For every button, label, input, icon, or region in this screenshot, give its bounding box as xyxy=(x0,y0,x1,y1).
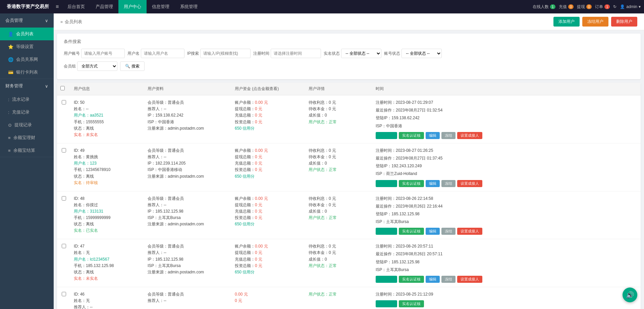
th-user-data: 用户资料 xyxy=(144,86,231,92)
user-account[interactable]: 👤 admin ▾ xyxy=(620,4,641,9)
th-user-info: 用户信息 xyxy=(70,86,144,92)
withdraw-icon: ⊙ xyxy=(8,123,12,128)
search-title: 条件搜索 xyxy=(64,39,634,45)
sidebar-item-yeb-finance[interactable]: ≡ 余额宝理财 xyxy=(0,131,54,144)
nav-item-dashboard[interactable]: 后台首页 xyxy=(62,0,90,13)
user-row-48: ID: 48 姓名：你摸过 用户名：313131 手机：15999999999 … xyxy=(57,191,641,239)
users-table: 用户信息 用户资料 用户资金 (点击金额查看) 用户详情 时间 ID: 50 姓… xyxy=(57,83,641,309)
row-select-46[interactable] xyxy=(62,292,66,296)
top-right-controls: 在线人数 1 充值 0 提现 0 订单 1 ↻ 👤 admin ▾ xyxy=(533,4,641,10)
user-funds-46: 0.00 元 0 元 xyxy=(231,291,305,304)
edit-btn-49[interactable]: 编辑 xyxy=(426,180,440,187)
real-verify-btn-49[interactable]: 实名认证核 xyxy=(399,180,424,187)
sidebar-section-header-finance[interactable]: 财务管理 ∨ xyxy=(0,79,54,93)
freeze-btn-48[interactable]: 冻结 xyxy=(441,228,455,235)
trade-enable-btn-48[interactable]: 交易开启 xyxy=(376,228,397,235)
row-select-48[interactable] xyxy=(62,196,66,201)
user-data-46: 会员等级：普通会员 推荐人：-- xyxy=(144,291,231,304)
select-all-checkbox[interactable] xyxy=(60,86,65,90)
real-verify-btn-46[interactable]: 实名认证核 xyxy=(399,300,424,307)
username-input[interactable] xyxy=(141,49,184,58)
ip-input[interactable] xyxy=(200,49,251,58)
menu-toggle-icon[interactable]: ≡ xyxy=(52,4,62,10)
real-verify-btn-47[interactable]: 实名认证核 xyxy=(399,276,424,283)
set-agent-btn-47[interactable]: 设置成接人 xyxy=(457,276,482,283)
float-action-button[interactable]: 🔊 xyxy=(623,288,637,302)
group-select[interactable]: 全部方式 xyxy=(77,61,117,71)
search-button[interactable]: 🔍 搜索 xyxy=(120,61,145,71)
trade-enable-btn-46[interactable]: 交易开启 xyxy=(376,300,397,307)
sidebar-item-member-network[interactable]: 🌐 会员关系网 xyxy=(0,53,54,66)
username-label: 用户名 xyxy=(127,51,140,56)
user-data-50: 会员等级：普通会员 推荐人：-- IP：159.138.62.242 ISP：中… xyxy=(144,99,231,132)
recharge-count[interactable]: 充值 0 xyxy=(559,4,574,10)
user-info-46: ID: 46 姓名：无 推荐人：-- xyxy=(70,291,144,309)
sidebar-item-level-settings[interactable]: ⭐ 等级设置 xyxy=(0,40,54,53)
nav-item-products[interactable]: 产品管理 xyxy=(90,0,118,13)
user-data-49: 会员等级：普通会员 推荐人：-- IP：182.239.114.205 ISP：… xyxy=(144,147,231,180)
edit-btn-47[interactable]: 编辑 xyxy=(426,276,440,283)
account-status-select[interactable]: -- 全部状态 -- xyxy=(401,49,442,58)
account-status-field: 账号状态 -- 全部状态 -- xyxy=(384,49,442,58)
real-verify-btn-50[interactable]: 实名认证核 xyxy=(399,132,424,139)
th-time: 时间 xyxy=(372,86,641,92)
ip-label: IP搜索 xyxy=(187,51,199,56)
sidebar-section-header-members[interactable]: 会员管理 ∨ xyxy=(0,13,54,28)
real-verify-btn-48[interactable]: 实名认证核 xyxy=(399,228,424,235)
sidebar-item-bank-cards[interactable]: 💳 银行卡列表 xyxy=(0,66,54,79)
withdraw-count[interactable]: 提现 0 xyxy=(577,4,592,10)
delete-user-button[interactable]: 删除用户 xyxy=(611,17,637,27)
edit-btn-48[interactable]: 编辑 xyxy=(426,228,440,235)
th-user-funds: 用户资金 (点击金额查看) xyxy=(231,86,305,92)
row-checkbox-49 xyxy=(57,147,70,152)
user-funds-50: 账户余额：0.00 元 提现总额：0 元 充值总额：0 元 投资总额：0 元 6… xyxy=(231,99,305,132)
user-funds-49: 账户余额：0.00 元 提现总额：0 元 充值总额：0 元 投资总额：0 元 6… xyxy=(231,147,305,180)
reg-time-label: 注册时间 xyxy=(253,51,269,56)
add-user-button[interactable]: 添加用户 xyxy=(553,17,580,27)
row-select-49[interactable] xyxy=(62,148,66,152)
user-detail-47: 待收利息：0 元 待收本金：0 元 成长值：0 用户状态：正常 xyxy=(305,243,372,269)
user-time-actions-47: 注册时间：2023-08-26 20:57:11 最近操作：2023年08月26… xyxy=(372,243,641,283)
user-detail-46: 用户状态：正常 xyxy=(305,291,372,298)
online-count: 在线人数 1 xyxy=(533,4,555,10)
row-actions-50: 交易开启 实名认证核 编辑 冻结 设置成接人 xyxy=(376,131,637,139)
user-data-48: 会员等级：普通会员 推荐人：-- IP：185.132.125.98 ISP：土… xyxy=(144,195,231,228)
real-status-select[interactable]: -- 全部状态 -- xyxy=(341,49,381,58)
sidebar-item-member-list[interactable]: 👤 会员列表 xyxy=(0,28,54,40)
trade-enable-btn-47[interactable]: 交易开启 xyxy=(376,276,397,283)
sidebar-item-withdraw-records[interactable]: ⊙ 提现记录 xyxy=(0,119,54,131)
freeze-btn-47[interactable]: 冻结 xyxy=(441,276,455,283)
set-agent-btn-48[interactable]: 设置成接人 xyxy=(457,228,482,235)
reg-time-input[interactable] xyxy=(271,49,321,58)
row-select-50[interactable] xyxy=(62,100,66,104)
edit-btn-50[interactable]: 编辑 xyxy=(426,132,440,139)
sidebar-item-recharge-records[interactable]: : 充值记录 xyxy=(0,106,54,119)
sidebar: 会员管理 ∨ 👤 会员列表 ⭐ 等级设置 🌐 会员关系网 💳 银行卡列表 xyxy=(0,13,54,309)
refresh-button[interactable]: ↻ xyxy=(613,4,616,9)
reg-time-field: 注册时间 xyxy=(253,49,321,58)
nav-item-system[interactable]: 系统管理 xyxy=(175,0,203,13)
breadcrumb: » 会员列表 xyxy=(60,19,82,25)
user-time-actions-49: 注册时间：2023-08-27 01:26:25 最近操作：2023年08月27… xyxy=(372,147,641,187)
page-actions: 添加用户 冻结用户 删除用户 xyxy=(553,17,637,27)
freeze-btn-49[interactable]: 冻结 xyxy=(441,180,455,187)
trade-enable-btn-49[interactable]: 交易开启 xyxy=(376,180,397,187)
order-count[interactable]: 订单 1 xyxy=(595,4,610,10)
freeze-user-button[interactable]: 冻结用户 xyxy=(582,17,608,27)
freeze-btn-50[interactable]: 冻结 xyxy=(441,132,455,139)
sidebar-item-yeb-settlement[interactable]: ≡ 余额宝结算 xyxy=(0,144,54,157)
account-status-label: 账号状态 xyxy=(384,51,400,56)
set-agent-btn-50[interactable]: 设置成接人 xyxy=(457,132,482,139)
nav-item-users[interactable]: 用户中心 xyxy=(118,0,147,13)
page-header: » 会员列表 添加用户 冻结用户 删除用户 xyxy=(54,13,644,30)
sidebar-item-flow-records[interactable]: : 流水记录 xyxy=(0,93,54,106)
trade-enable-btn-50[interactable]: 交易开启 xyxy=(376,132,397,139)
user-info-50: ID: 50 姓名：-- 用户名：aa3521 手机：15555555 状态：离… xyxy=(70,99,144,138)
set-agent-btn-49[interactable]: 设置成接人 xyxy=(457,180,482,187)
account-input[interactable] xyxy=(81,49,125,58)
group-field: 会员组 全部方式 xyxy=(64,61,117,71)
user-row-49: ID: 49 姓名：黄挑挑 用户名：123 手机：12345678910 状态：… xyxy=(57,143,641,191)
network-icon: 🌐 xyxy=(8,57,13,62)
nav-item-info[interactable]: 信息管理 xyxy=(147,0,175,13)
row-select-47[interactable] xyxy=(62,244,66,248)
